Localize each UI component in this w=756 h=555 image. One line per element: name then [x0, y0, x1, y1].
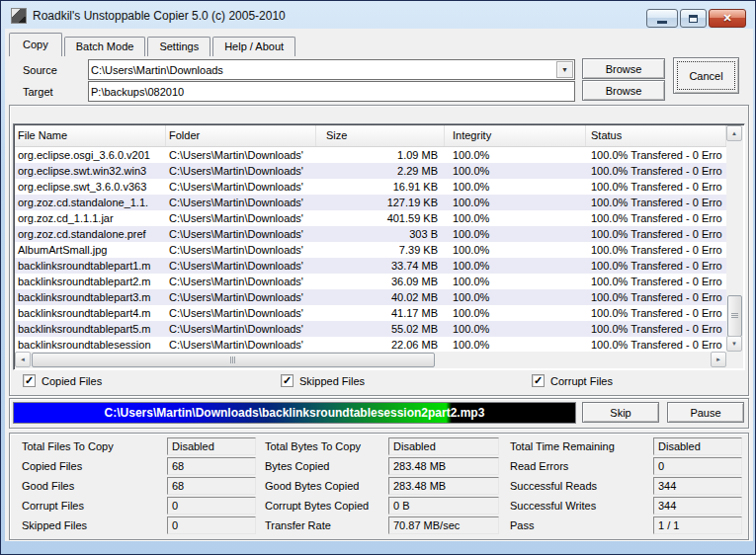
column-header-size[interactable]: Size [316, 125, 445, 146]
list-body: org.eclipse.osgi_3.6.0.v201C:\Users\Mart… [15, 147, 726, 352]
cell-integrity: 100.0% [445, 289, 586, 305]
column-header-integrity[interactable]: Integrity [445, 125, 586, 146]
file-row[interactable]: org.eclipse.swt.win32.win3C:\Users\Marti… [15, 163, 726, 179]
checkbox-label: Copied Files [42, 375, 102, 387]
stat-value-pass: 1 / 1 [653, 516, 742, 534]
title-bar[interactable]: Roadkil's Unstoppable Copier 5.0 (c) 200… [2, 2, 754, 29]
maximize-button[interactable] [680, 9, 707, 28]
cell-status: 100.0% Transfered - 0 Erro [586, 242, 726, 258]
cell-name: backlinksroundtablepart3.m [15, 289, 166, 305]
stat-value-good-bytes-copied: 283.48 MB [388, 477, 499, 495]
cell-status: 100.0% Transfered - 0 Erro [586, 195, 726, 210]
scroll-up-icon: ▲ [731, 130, 737, 136]
minimize-button[interactable] [646, 9, 678, 28]
maximize-icon [689, 15, 698, 23]
checkbox-corrupt-files[interactable]: ✓ [532, 374, 545, 387]
vertical-scroll-thumb[interactable] [727, 295, 742, 337]
cell-size: 303 B [316, 226, 445, 242]
close-button[interactable]: ✕ [709, 9, 746, 28]
filter-copied-files[interactable]: ✓Copied Files [23, 374, 102, 387]
column-header-status[interactable]: Status [586, 125, 726, 146]
file-row[interactable]: org.zoz.cd.standalone.prefC:\Users\Marti… [15, 226, 726, 242]
file-row[interactable]: org.zoz.cd_1.1.1.jarC:\Users\Martin\Down… [15, 210, 726, 226]
scroll-right-icon: ► [715, 357, 721, 362]
cell-folder: C:\Users\Martin\Downloads' [166, 226, 316, 242]
filter-strip: ✓Copied Files✓Skipped Files✓Corrupt File… [1, 374, 756, 394]
cell-folder: C:\Users\Martin\Downloads' [166, 289, 316, 305]
target-input[interactable] [91, 83, 571, 100]
cell-folder: C:\Users\Martin\Downloads' [166, 242, 316, 258]
file-row[interactable]: AlbumArtSmall.jpgC:\Users\Martin\Downloa… [15, 242, 726, 258]
current-file-path: C:\Users\Martin\Downloads\backlinksround… [14, 403, 575, 423]
cell-status: 100.0% Transfered - 0 Erro [586, 179, 726, 195]
target-textbox[interactable] [88, 81, 575, 102]
file-list-viewport: File NameFolderSizeIntegrityStatus org.e… [15, 125, 726, 352]
browse-target-button[interactable]: Browse [582, 80, 665, 101]
cancel-button[interactable]: Cancel [673, 57, 739, 94]
stat-label-corrupt-files: Corrupt Files [22, 500, 84, 512]
stat-label-successful-writes: Successful Writes [510, 500, 596, 512]
filter-corrupt-files[interactable]: ✓Corrupt Files [532, 374, 613, 387]
tab-copy[interactable]: Copy [9, 33, 62, 56]
checkbox-label: Corrupt Files [550, 375, 613, 387]
cell-size: 40.02 MB [316, 289, 445, 305]
target-label: Target [23, 86, 82, 98]
stat-value-corrupt-bytes-copied: 0 B [388, 497, 499, 515]
scroll-down-icon: ▼ [731, 341, 737, 347]
cell-name: org.eclipse.swt_3.6.0.v363 [15, 179, 166, 195]
vertical-scrollbar[interactable]: ▲ ▼ [726, 125, 743, 352]
file-row[interactable]: backlinksroundtablepart5.mC:\Users\Marti… [15, 321, 726, 337]
checkbox-copied-files[interactable]: ✓ [23, 374, 36, 387]
column-header-file-name[interactable]: File Name [15, 125, 166, 146]
tab-strip: CopyBatch ModeSettingsHelp / About [9, 33, 297, 56]
source-combobox[interactable]: ▼ [88, 59, 575, 80]
horizontal-scroll-thumb[interactable] [32, 353, 435, 367]
file-row[interactable]: org.zoz.cd.standalone_1.1.C:\Users\Marti… [15, 195, 726, 210]
column-header-folder[interactable]: Folder [166, 125, 316, 146]
file-row[interactable]: org.eclipse.osgi_3.6.0.v201C:\Users\Mart… [15, 147, 726, 163]
file-row[interactable]: backlinksroundtablepart3.mC:\Users\Marti… [15, 289, 726, 305]
skip-button[interactable]: Skip [582, 402, 659, 423]
scroll-left-icon: ◄ [20, 357, 26, 362]
cell-size: 401.59 KB [316, 210, 445, 226]
stat-label-total-bytes-to-copy: Total Bytes To Copy [265, 440, 361, 452]
stat-label-good-files: Good Files [22, 480, 74, 492]
source-input[interactable] [91, 61, 553, 78]
tab-settings[interactable]: Settings [147, 37, 210, 56]
minimize-icon [657, 21, 667, 24]
cell-folder: C:\Users\Martin\Downloads' [166, 147, 316, 163]
cell-size: 2.29 MB [316, 163, 445, 179]
file-row[interactable]: backlinksroundtablepart1.mC:\Users\Marti… [15, 258, 726, 274]
stat-label-read-errors: Read Errors [510, 460, 568, 472]
tab-batch-mode[interactable]: Batch Mode [64, 37, 146, 56]
file-row[interactable]: backlinksroundtablesessionC:\Users\Marti… [15, 337, 726, 352]
scroll-down-button[interactable]: ▼ [726, 336, 742, 352]
stat-label-transfer-rate: Transfer Rate [265, 519, 331, 531]
browse-source-button[interactable]: Browse [582, 58, 665, 79]
tab-help-about[interactable]: Help / About [212, 37, 295, 56]
pause-button[interactable]: Pause [667, 402, 744, 423]
scroll-left-button[interactable]: ◄ [15, 352, 31, 367]
stat-value-copied-files: 68 [167, 457, 256, 475]
cell-name: org.eclipse.swt.win32.win3 [15, 163, 166, 179]
filter-skipped-files[interactable]: ✓Skipped Files [281, 374, 365, 387]
file-row[interactable]: org.eclipse.swt_3.6.0.v363C:\Users\Marti… [15, 179, 726, 195]
stat-label-total-time-remaining: Total Time Remaining [510, 440, 615, 452]
cell-folder: C:\Users\Martin\Downloads' [166, 337, 316, 352]
cell-integrity: 100.0% [445, 179, 586, 195]
scroll-up-button[interactable]: ▲ [726, 125, 742, 141]
source-dropdown-button[interactable]: ▼ [556, 61, 573, 78]
cell-integrity: 100.0% [445, 195, 586, 210]
cell-name: backlinksroundtablepart1.m [15, 258, 166, 274]
stat-value-transfer-rate: 70.87 MB/sec [388, 516, 499, 534]
file-row[interactable]: backlinksroundtablepart4.mC:\Users\Marti… [15, 305, 726, 321]
horizontal-scrollbar[interactable]: ◄ ► [15, 352, 726, 368]
cell-folder: C:\Users\Martin\Downloads' [166, 179, 316, 195]
cell-name: backlinksroundtablepart2.m [15, 274, 166, 289]
cell-integrity: 100.0% [445, 258, 586, 274]
stat-label-successful-reads: Successful Reads [510, 480, 597, 492]
file-row[interactable]: backlinksroundtablepart2.mC:\Users\Marti… [15, 274, 726, 289]
scroll-right-button[interactable]: ► [711, 352, 726, 367]
checkbox-skipped-files[interactable]: ✓ [281, 374, 294, 387]
stat-label-pass: Pass [510, 519, 534, 531]
